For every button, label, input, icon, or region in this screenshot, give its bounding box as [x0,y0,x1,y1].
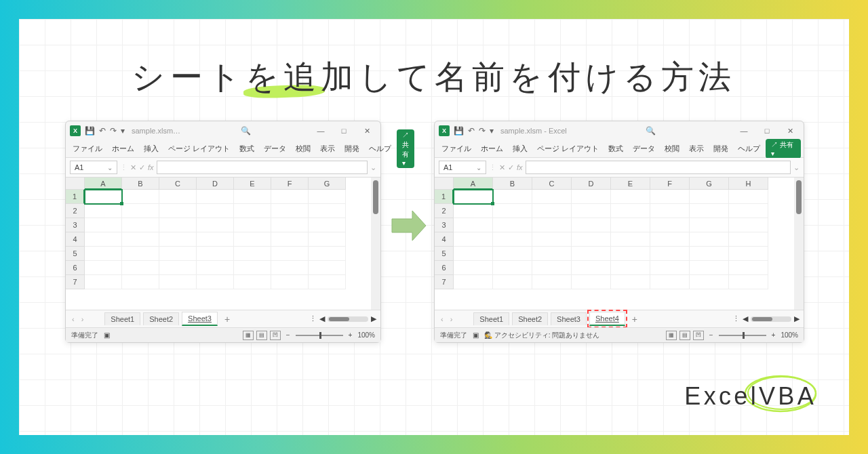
vertical-scrollbar[interactable] [794,178,804,310]
sheet-tab[interactable]: Sheet3 [182,312,218,326]
cell[interactable] [309,190,346,204]
column-header[interactable]: G [690,178,729,190]
cell[interactable] [159,247,197,261]
page-layout-icon[interactable]: ▤ [679,331,690,340]
cell[interactable] [454,261,493,275]
zoom-in-icon[interactable]: + [772,331,776,339]
scroll-right-icon[interactable]: ▶ [371,314,376,323]
row-header[interactable]: 1 [66,190,85,204]
enter-icon[interactable]: ✓ [508,163,514,172]
column-header[interactable]: C [159,178,197,190]
close-button[interactable]: ✕ [781,127,800,136]
cell[interactable] [690,275,729,289]
zoom-out-icon[interactable]: − [286,331,290,339]
expand-icon[interactable]: ⌄ [793,163,800,172]
ribbon-tab[interactable]: 表示 [316,142,339,155]
record-macro-icon[interactable]: ▣ [104,331,110,339]
cell[interactable] [122,190,159,204]
cell[interactable] [85,218,122,232]
cell[interactable] [159,204,197,218]
column-header[interactable]: A [454,178,493,190]
cell[interactable] [650,261,690,275]
zoom-slider[interactable] [296,335,343,336]
accessibility-status[interactable]: 🕵 アクセシビリティ: 問題ありません [484,331,599,340]
column-header[interactable]: B [122,178,159,190]
cell[interactable] [234,247,271,261]
column-header[interactable]: F [650,178,690,190]
cell[interactable] [690,204,729,218]
cell[interactable] [572,218,611,232]
cell[interactable] [159,261,197,275]
minimize-button[interactable]: — [311,127,330,135]
cell[interactable] [197,204,234,218]
scroll-right-icon[interactable]: ▶ [794,314,800,323]
cell[interactable] [454,275,493,289]
cell[interactable] [493,204,532,218]
sheet-tab[interactable]: Sheet3 [551,312,587,325]
search-icon[interactable]: 🔍 [646,126,656,136]
cell[interactable] [690,190,729,204]
cell[interactable] [493,218,532,232]
cell[interactable] [572,261,611,275]
cancel-icon[interactable]: ✕ [130,163,136,172]
cell[interactable] [493,247,532,261]
formula-input[interactable] [526,161,791,174]
select-all-corner[interactable] [66,178,85,190]
column-header[interactable]: C [532,178,572,190]
column-header[interactable]: D [572,178,611,190]
sheet-tab[interactable]: Sheet1 [104,312,140,325]
row-header[interactable]: 7 [435,275,454,289]
cell[interactable] [729,275,768,289]
row-header[interactable]: 3 [66,218,85,232]
scroll-left-icon[interactable]: ◀ [743,314,748,323]
cell[interactable] [611,190,650,204]
column-header[interactable]: A [85,178,122,190]
row-header[interactable]: 2 [66,204,85,218]
normal-view-icon[interactable]: ▦ [243,331,254,340]
cell[interactable] [159,190,197,204]
cell[interactable] [532,247,572,261]
ribbon-tab[interactable]: 数式 [235,142,258,155]
cell[interactable] [85,232,122,247]
cell[interactable] [271,218,309,232]
sheet-nav-next[interactable]: › [79,315,86,323]
cell[interactable] [309,218,346,232]
cell[interactable] [650,247,690,261]
maximize-button[interactable]: □ [757,127,776,135]
maximize-button[interactable]: □ [334,127,353,135]
column-header[interactable]: E [234,178,271,190]
zoom-level[interactable]: 100% [781,331,798,339]
cell[interactable] [271,261,309,275]
row-header[interactable]: 4 [66,232,85,247]
cell[interactable] [454,247,493,261]
cell[interactable] [234,261,271,275]
name-box[interactable]: A1 [70,161,117,174]
share-button[interactable]: ↗ 共有 ▾ [397,129,414,168]
cell[interactable] [729,247,768,261]
cell[interactable] [197,218,234,232]
cell[interactable] [234,275,271,289]
cell[interactable] [532,261,572,275]
cell[interactable] [85,247,122,261]
cell[interactable] [493,232,532,247]
dropdown-icon[interactable]: ▾ [490,126,494,136]
save-icon[interactable]: 💾 [85,126,95,136]
cell[interactable] [271,204,309,218]
search-icon[interactable]: 🔍 [241,126,251,136]
cell[interactable] [729,218,768,232]
cell[interactable] [122,232,159,247]
name-box[interactable]: A1 [439,161,486,174]
cell[interactable] [159,218,197,232]
ribbon-tab[interactable]: データ [260,142,290,155]
horizontal-scrollbar[interactable] [751,316,791,322]
cell[interactable] [611,261,650,275]
cell[interactable] [271,190,309,204]
normal-view-icon[interactable]: ▦ [666,331,677,340]
cancel-icon[interactable]: ✕ [499,163,505,172]
cell[interactable] [611,218,650,232]
ribbon-tab[interactable]: ヘルプ [365,142,395,155]
cell[interactable] [234,232,271,247]
cell[interactable] [197,232,234,247]
ribbon-tab[interactable]: 表示 [685,142,708,155]
cell[interactable] [122,218,159,232]
